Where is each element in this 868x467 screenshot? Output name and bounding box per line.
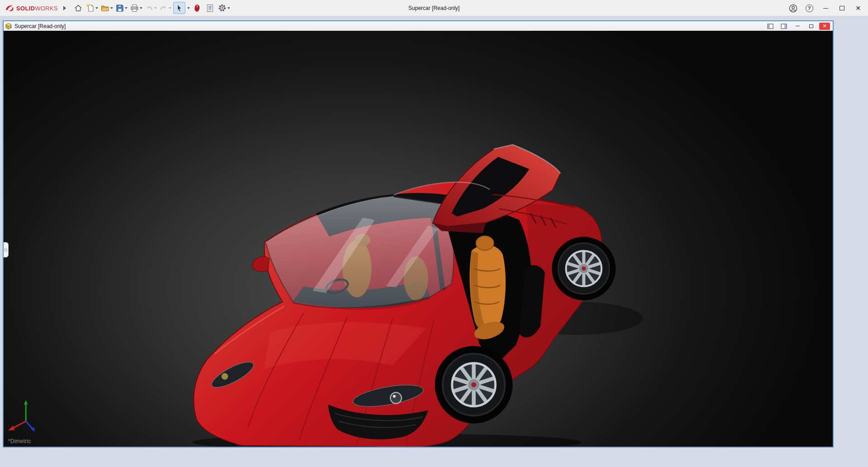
select-arrow-icon — [175, 4, 183, 12]
mouse-button[interactable] — [191, 2, 203, 14]
solidworks-app: SOLIDWORKS — [0, 0, 868, 467]
doc-restore-button[interactable] — [806, 23, 816, 30]
dassault-systemes-logo-icon — [5, 4, 14, 12]
undo-icon — [145, 4, 153, 12]
close-icon: ✕ — [855, 5, 861, 11]
save-button[interactable] — [115, 2, 128, 14]
print-button[interactable] — [129, 2, 143, 14]
save-dropdown[interactable] — [125, 7, 127, 9]
document-title: Supercar [Read-only] — [14, 23, 66, 29]
options-dropdown[interactable] — [227, 7, 230, 9]
minimize-icon — [823, 8, 828, 9]
properties-button[interactable] — [204, 2, 216, 14]
document-titlebar[interactable]: Supercar [Read-only] — [4, 21, 833, 31]
redo-icon — [160, 4, 168, 12]
gear-icon — [218, 4, 226, 12]
doc-pane-button-1[interactable] — [765, 23, 776, 30]
account-icon — [789, 4, 797, 13]
help-button[interactable]: ? — [801, 0, 817, 16]
maximize-button[interactable] — [834, 0, 850, 16]
orientation-triad — [8, 400, 35, 432]
mouse-icon — [193, 4, 200, 12]
select-tool-button[interactable] — [173, 2, 185, 14]
doc-close-icon: ✕ — [822, 24, 826, 29]
view-orientation-label: *Dimetric — [8, 438, 31, 444]
brand-text-solid: SOLID — [16, 5, 35, 12]
print-dropdown[interactable] — [140, 7, 142, 9]
solidworks-logo: SOLIDWORKS — [0, 4, 61, 12]
minimize-button[interactable] — [817, 0, 834, 16]
maximize-icon — [840, 6, 844, 10]
doc-minimize-button[interactable] — [792, 23, 803, 30]
doc-close-button[interactable]: ✕ — [819, 23, 830, 30]
open-button[interactable] — [100, 2, 114, 14]
open-folder-icon — [101, 4, 109, 12]
doc-minimize-icon — [796, 26, 800, 26]
home-button[interactable] — [72, 2, 85, 14]
save-floppy-icon — [116, 4, 124, 12]
close-button[interactable]: ✕ — [850, 0, 866, 16]
home-icon — [74, 4, 82, 12]
doc-restore-icon — [809, 24, 813, 28]
document-window: Supercar [Read-only] — [3, 20, 834, 448]
main-titlebar: SOLIDWORKS — [0, 0, 868, 16]
supercar-3d-model — [4, 31, 833, 447]
open-dropdown[interactable] — [110, 7, 113, 9]
account-button[interactable] — [785, 0, 801, 16]
undo-dropdown[interactable] — [154, 7, 157, 9]
new-document-button[interactable] — [85, 2, 99, 14]
document-window-controls: ✕ — [765, 23, 831, 30]
help-icon: ? — [806, 5, 813, 12]
options-button[interactable] — [217, 2, 231, 14]
undo-button[interactable] — [144, 2, 158, 14]
collapsed-panel-tab[interactable] — [4, 242, 9, 257]
window-controls: ? ✕ — [785, 0, 866, 16]
redo-dropdown[interactable] — [169, 7, 171, 9]
standard-toolbar — [72, 2, 231, 14]
brand-text-works: WORKS — [35, 5, 58, 12]
select-tool-dropdown[interactable] — [187, 7, 190, 9]
window-title: Supercar [Read-only] — [408, 5, 459, 11]
expand-menu-chevron[interactable] — [63, 6, 66, 10]
part-document-icon — [5, 23, 12, 30]
redo-button[interactable] — [159, 2, 172, 14]
new-document-dropdown[interactable] — [95, 7, 98, 9]
3d-viewport[interactable]: *Dimetric — [4, 31, 833, 447]
print-icon — [130, 4, 139, 12]
doc-pane-button-2[interactable] — [778, 23, 789, 30]
new-document-icon — [86, 4, 94, 12]
pane-layout-2-icon — [781, 24, 787, 29]
document-properties-icon — [206, 4, 214, 12]
pane-layout-icon — [767, 24, 774, 29]
